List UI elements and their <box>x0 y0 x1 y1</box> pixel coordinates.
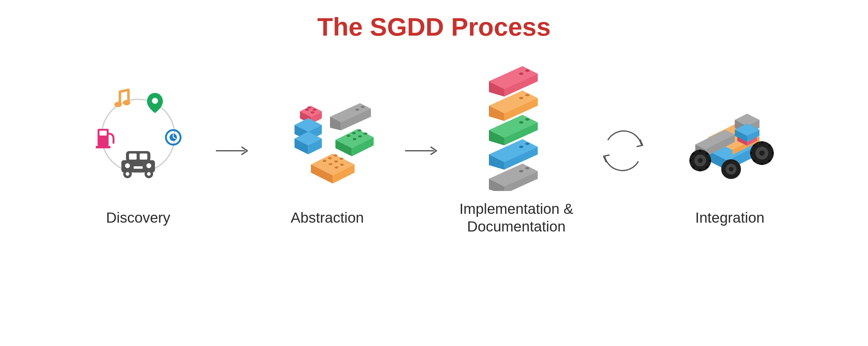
svg-point-70 <box>525 94 529 96</box>
svg-point-80 <box>525 143 529 145</box>
step-integration: Integration <box>666 75 794 227</box>
svg-point-75 <box>525 118 529 120</box>
svg-point-128 <box>753 144 755 146</box>
svg-point-66 <box>519 72 523 75</box>
svg-point-29 <box>307 106 311 108</box>
svg-point-113 <box>689 160 691 162</box>
svg-point-110 <box>706 166 708 168</box>
svg-point-81 <box>519 146 523 148</box>
wheel-icon <box>750 141 774 165</box>
svg-point-48 <box>358 135 362 137</box>
svg-point-126 <box>753 160 755 162</box>
svg-point-117 <box>729 167 734 171</box>
svg-point-27 <box>310 111 314 113</box>
svg-point-58 <box>339 158 343 160</box>
svg-point-127 <box>750 152 752 154</box>
svg-point-111 <box>699 169 701 171</box>
svg-point-7 <box>126 172 129 176</box>
svg-point-108 <box>706 152 708 154</box>
svg-point-47 <box>352 138 356 140</box>
svg-point-17 <box>152 98 158 104</box>
svg-point-121 <box>761 141 763 143</box>
svg-point-60 <box>340 164 344 166</box>
svg-point-16 <box>123 100 130 105</box>
svg-point-26 <box>305 108 309 110</box>
svg-point-53 <box>323 160 327 162</box>
gas-pump-icon <box>96 129 114 148</box>
discovery-illustration <box>86 75 190 197</box>
diagram-title: The SGDD Process <box>317 12 551 42</box>
step-label-integration: Integration <box>695 209 765 227</box>
cycle-arrows <box>593 90 654 212</box>
svg-point-125 <box>761 163 763 165</box>
step-implementation: Implementation &Documentation <box>452 66 580 235</box>
svg-point-44 <box>347 135 351 137</box>
arrow-1 <box>214 90 251 212</box>
svg-point-8 <box>147 172 151 176</box>
svg-point-107 <box>699 149 701 151</box>
svg-point-49 <box>364 133 368 135</box>
integration-illustration <box>678 75 782 197</box>
step-abstraction: Abstraction <box>263 75 391 227</box>
svg-point-114 <box>692 152 694 154</box>
svg-point-86 <box>519 170 523 172</box>
svg-point-56 <box>329 163 333 165</box>
svg-rect-13 <box>99 131 107 136</box>
svg-point-59 <box>335 166 339 168</box>
svg-point-71 <box>519 97 523 99</box>
svg-point-10 <box>146 163 151 168</box>
wheel-icon <box>689 149 711 171</box>
svg-point-124 <box>769 160 770 162</box>
step-label-abstraction: Abstraction <box>291 209 364 227</box>
svg-point-76 <box>519 121 523 124</box>
svg-point-40 <box>355 108 359 110</box>
svg-point-54 <box>328 157 332 159</box>
svg-point-45 <box>352 132 356 134</box>
svg-point-39 <box>361 106 365 108</box>
clock-icon <box>166 130 181 145</box>
svg-point-112 <box>692 166 694 168</box>
svg-point-109 <box>709 160 711 162</box>
abstraction-illustration <box>275 75 379 197</box>
svg-point-120 <box>759 150 765 156</box>
svg-point-28 <box>313 108 317 110</box>
svg-point-106 <box>698 158 703 163</box>
svg-point-65 <box>525 69 529 72</box>
implementation-illustration <box>465 66 568 188</box>
svg-point-15 <box>114 102 122 107</box>
svg-point-55 <box>334 154 338 157</box>
arrow-2 <box>403 90 440 212</box>
svg-point-122 <box>769 144 770 146</box>
car-icon <box>121 151 155 178</box>
step-discovery: Discovery <box>74 75 202 227</box>
svg-rect-14 <box>96 146 111 148</box>
wheel-icon <box>721 159 741 179</box>
process-row: Discovery <box>0 66 868 235</box>
step-label-implementation: Implementation &Documentation <box>459 200 574 235</box>
step-label-discovery: Discovery <box>106 209 170 227</box>
svg-point-123 <box>772 152 774 154</box>
svg-point-85 <box>525 167 529 169</box>
svg-rect-4 <box>140 153 147 160</box>
svg-point-46 <box>358 129 362 131</box>
location-pin-icon <box>147 93 163 113</box>
svg-point-57 <box>334 160 338 162</box>
svg-rect-11 <box>133 166 143 169</box>
svg-rect-3 <box>129 153 136 160</box>
svg-point-9 <box>125 163 130 168</box>
music-icon <box>114 90 130 107</box>
